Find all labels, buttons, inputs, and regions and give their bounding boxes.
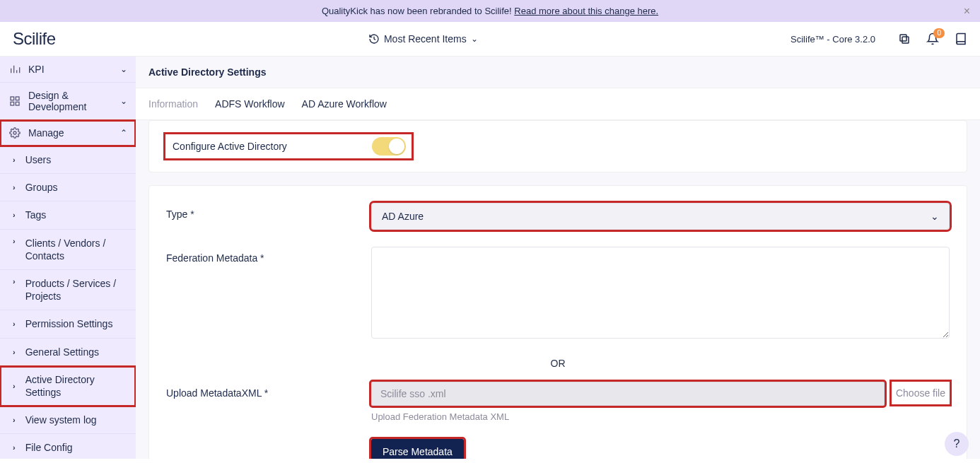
or-divider: OR bbox=[166, 358, 950, 369]
svg-point-10 bbox=[13, 131, 16, 134]
chevron-down-icon: ⌄ bbox=[120, 96, 127, 106]
close-icon[interactable]: × bbox=[964, 5, 970, 18]
chevron-right-icon: › bbox=[13, 211, 16, 219]
type-select[interactable]: AD Azure ⌄ bbox=[371, 203, 950, 230]
file-name-display[interactable]: Scilife sso .xml bbox=[371, 382, 885, 406]
svg-rect-7 bbox=[16, 97, 19, 100]
form-card: Type * AD Azure ⌄ Federation Metadata * … bbox=[148, 185, 967, 459]
type-label: Type * bbox=[166, 203, 371, 220]
svg-rect-8 bbox=[11, 102, 14, 105]
chevron-right-icon: › bbox=[13, 320, 16, 328]
version-text: Scilife™ - Core 3.2.0 bbox=[791, 34, 875, 45]
copy-icon[interactable] bbox=[898, 33, 911, 45]
sidebar-item-kpi[interactable]: KPI ⌄ bbox=[0, 57, 136, 83]
tab-adfs[interactable]: ADFS Workflow bbox=[215, 88, 285, 119]
configure-ad-toggle[interactable] bbox=[372, 137, 406, 156]
gear-icon bbox=[8, 127, 21, 139]
svg-rect-9 bbox=[16, 102, 19, 105]
chevron-right-icon: › bbox=[13, 443, 16, 452]
banner-text: QualityKick has now been rebranded to Sc… bbox=[322, 6, 514, 16]
choose-file-button[interactable]: Choose file bbox=[892, 382, 950, 404]
federation-label: Federation Metadata * bbox=[166, 247, 371, 264]
tab-azure[interactable]: AD Azure Workflow bbox=[302, 88, 387, 119]
svg-rect-1 bbox=[900, 35, 906, 41]
history-icon bbox=[368, 33, 380, 45]
sidebar-sub-general[interactable]: ›General Settings bbox=[0, 339, 136, 366]
topbar: Scilife Most Recent Items ⌄ Scilife™ - C… bbox=[0, 22, 980, 57]
sidebar-sub-users[interactable]: ›Users bbox=[0, 146, 136, 174]
notif-badge: 0 bbox=[933, 28, 945, 38]
svg-rect-6 bbox=[11, 97, 14, 100]
sidebar-label: Manage bbox=[28, 127, 113, 139]
toggle-knob bbox=[389, 139, 404, 154]
sidebar-item-design[interactable]: Design & Development ⌄ bbox=[0, 83, 136, 120]
page-title: Active Directory Settings bbox=[136, 57, 980, 88]
sidebar-sub-products[interactable]: ›Products / Services / Projects bbox=[0, 270, 136, 310]
chevron-right-icon: › bbox=[13, 156, 16, 164]
help-icon[interactable]: ? bbox=[945, 432, 969, 456]
sidebar-sub-clients[interactable]: ›Clients / Vendors / Contacts bbox=[0, 230, 136, 270]
svg-rect-0 bbox=[902, 37, 909, 43]
chevron-right-icon: › bbox=[13, 237, 16, 245]
configure-toggle-highlight: Configure Active Directory bbox=[163, 132, 414, 160]
sidebar-sub-ads[interactable]: ›Active Directory Settings bbox=[0, 366, 136, 406]
chevron-right-icon: › bbox=[13, 382, 16, 390]
book-icon[interactable] bbox=[955, 33, 967, 45]
sidebar-sub-fileconfig[interactable]: ›File Config bbox=[0, 434, 136, 459]
chevron-right-icon: › bbox=[13, 416, 16, 424]
parse-metadata-button[interactable]: Parse Metadata bbox=[371, 439, 464, 459]
type-value: AD Azure bbox=[382, 211, 424, 222]
grid-icon bbox=[8, 95, 21, 107]
sidebar-sub-permission[interactable]: ›Permission Settings bbox=[0, 310, 136, 338]
chevron-down-icon: ⌄ bbox=[120, 64, 127, 74]
upload-label: Upload MetadataXML * bbox=[166, 382, 371, 399]
recent-label: Most Recent Items bbox=[384, 33, 467, 45]
sidebar-label: KPI bbox=[28, 64, 113, 75]
banner-link[interactable]: Read more about this change here. bbox=[514, 6, 658, 16]
recent-items-dropdown[interactable]: Most Recent Items ⌄ bbox=[56, 33, 791, 45]
chevron-up-icon: ⌃ bbox=[120, 128, 127, 138]
rebrand-banner: QualityKick has now been rebranded to Sc… bbox=[0, 0, 980, 22]
tab-information[interactable]: Information bbox=[148, 88, 198, 119]
toggle-card: Configure Active Directory bbox=[148, 120, 967, 172]
chevron-right-icon: › bbox=[13, 277, 16, 286]
logo[interactable]: Scilife bbox=[13, 29, 56, 49]
sidebar-sub-groups[interactable]: ›Groups bbox=[0, 174, 136, 201]
chart-icon bbox=[8, 64, 21, 75]
federation-textarea[interactable] bbox=[371, 247, 950, 339]
chevron-right-icon: › bbox=[13, 348, 16, 356]
chevron-down-icon: ⌄ bbox=[471, 34, 478, 44]
upload-helper: Upload Federation Metadata XML bbox=[371, 411, 950, 422]
sidebar-label: Design & Development bbox=[28, 90, 113, 112]
tabs: Information ADFS Workflow AD Azure Workf… bbox=[136, 88, 980, 120]
sidebar-sub-tags[interactable]: ›Tags bbox=[0, 201, 136, 229]
chevron-down-icon: ⌄ bbox=[931, 211, 939, 222]
sidebar: KPI ⌄ Design & Development ⌄ Manage ⌃ ›U… bbox=[0, 57, 136, 459]
main-content: Active Directory Settings Information AD… bbox=[136, 57, 980, 459]
toggle-label: Configure Active Directory bbox=[173, 141, 287, 152]
notifications-icon[interactable]: 0 bbox=[926, 33, 939, 45]
sidebar-item-manage[interactable]: Manage ⌃ bbox=[0, 120, 136, 146]
chevron-right-icon: › bbox=[13, 183, 16, 192]
sidebar-sub-syslog[interactable]: ›View system log bbox=[0, 406, 136, 434]
